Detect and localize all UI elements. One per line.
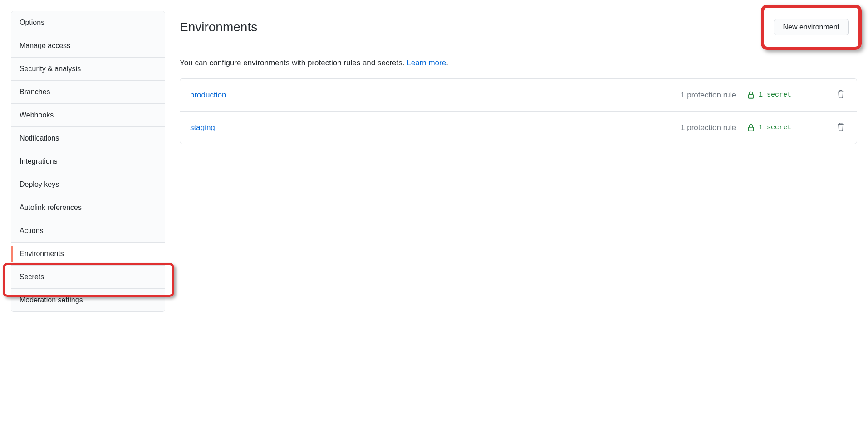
sidebar-item-label: Autolink references <box>20 204 82 211</box>
lock-icon <box>747 91 755 99</box>
sidebar-item-integrations[interactable]: Integrations <box>11 150 165 173</box>
trash-icon <box>837 90 845 99</box>
secret-badge: 1 secret <box>747 124 828 132</box>
sidebar-item-label: Security & analysis <box>20 65 81 73</box>
sidebar-item-options[interactable]: Options <box>11 11 165 34</box>
sidebar-item-manage-access[interactable]: Manage access <box>11 34 165 58</box>
sidebar-item-label: Manage access <box>20 42 70 49</box>
sidebar-item-environments[interactable]: Environments <box>11 243 165 266</box>
main-content: Environments New environment You can con… <box>180 11 857 312</box>
sidebar-item-secrets[interactable]: Secrets <box>11 266 165 289</box>
sidebar-item-actions[interactable]: Actions <box>11 219 165 243</box>
sidebar-item-autolink-references[interactable]: Autolink references <box>11 196 165 219</box>
sidebar-item-security-analysis[interactable]: Security & analysis <box>11 58 165 81</box>
svg-rect-1 <box>748 127 753 131</box>
description-suffix: . <box>446 58 448 67</box>
environment-name-link[interactable]: production <box>190 91 673 100</box>
trash-icon <box>837 122 845 131</box>
secret-badge: 1 secret <box>747 91 828 99</box>
delete-environment-button[interactable] <box>835 121 847 135</box>
protection-rule-label: 1 protection rule <box>681 123 740 132</box>
svg-rect-0 <box>748 94 753 98</box>
sidebar-item-label: Actions <box>20 227 43 234</box>
learn-more-link[interactable]: Learn more <box>407 58 446 67</box>
sidebar-item-label: Integrations <box>20 157 58 165</box>
page-header: Environments New environment <box>180 11 857 49</box>
settings-sidebar: Options Manage access Security & analysi… <box>11 11 165 312</box>
secret-count-label: 1 secret <box>759 124 791 131</box>
delete-environment-button[interactable] <box>835 88 847 102</box>
sidebar-item-deploy-keys[interactable]: Deploy keys <box>11 173 165 196</box>
sidebar-item-webhooks[interactable]: Webhooks <box>11 104 165 127</box>
environment-row: production 1 protection rule 1 secret <box>180 79 857 112</box>
description-text: You can configure environments with prot… <box>180 58 407 67</box>
sidebar-item-label: Deploy keys <box>20 180 59 188</box>
sidebar-item-moderation-settings[interactable]: Moderation settings <box>11 289 165 311</box>
page-description: You can configure environments with prot… <box>180 58 857 68</box>
sidebar-item-notifications[interactable]: Notifications <box>11 127 165 150</box>
protection-rule-label: 1 protection rule <box>681 91 740 100</box>
lock-icon <box>747 124 755 132</box>
environment-name-link[interactable]: staging <box>190 123 673 132</box>
sidebar-item-label: Environments <box>20 250 64 257</box>
sidebar-item-label: Options <box>20 19 44 26</box>
sidebar-item-branches[interactable]: Branches <box>11 81 165 104</box>
sidebar-item-label: Webhooks <box>20 111 54 119</box>
environments-list: production 1 protection rule 1 secret <box>180 78 857 144</box>
new-environment-button[interactable]: New environment <box>774 19 849 35</box>
sidebar-item-label: Moderation settings <box>20 296 83 304</box>
secret-count-label: 1 secret <box>759 91 791 99</box>
sidebar-item-label: Notifications <box>20 134 59 142</box>
sidebar-item-label: Branches <box>20 88 50 96</box>
page-title: Environments <box>180 20 257 34</box>
sidebar-item-label: Secrets <box>20 273 44 281</box>
environment-row: staging 1 protection rule 1 secret <box>180 112 857 144</box>
